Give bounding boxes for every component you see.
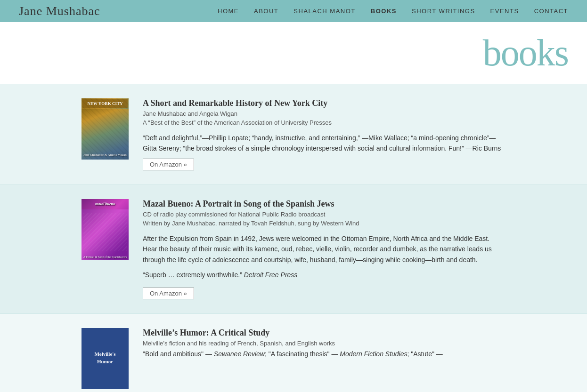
main-nav: HOME ABOUT SHALACH MANOT BOOKS SHORT WRI… <box>218 8 568 15</box>
nav-about[interactable]: ABOUT <box>254 8 278 15</box>
book-melville-subtitle: Melville’s fiction and his reading of Fr… <box>143 340 505 347</box>
book-mazal-quote: “Superb … extremely worthwhile.” Detroit… <box>143 270 505 280</box>
book-mazal-subtitle: CD of radio play commissioned for Nation… <box>143 211 505 218</box>
book-nyc-cover: NEW YORK CITY Jane Mushabac & Angela Wig… <box>82 98 129 160</box>
book-mazal-title: Mazal Bueno: A Portrait in Song of the S… <box>143 199 505 209</box>
book-melville-description: "Bold and ambitious" — Sewanee Review; "… <box>143 349 505 359</box>
book-mazal-written-by: Written by Jane Mushabac, narrated by To… <box>143 220 505 227</box>
book-nyc-section: NEW YORK CITY Jane Mushabac & Angela Wig… <box>0 84 587 184</box>
book-nyc-amazon-button[interactable]: On Amazon » <box>143 159 194 170</box>
site-header: Jane Mushabac HOME ABOUT SHALACH MANOT B… <box>0 0 587 22</box>
nav-events[interactable]: EVENTS <box>490 8 519 15</box>
nav-books[interactable]: BOOKS <box>371 8 397 15</box>
nav-home[interactable]: HOME <box>218 8 239 15</box>
book-nyc-title: A Short and Remarkable History of New Yo… <box>143 98 505 108</box>
book-mazal-content: Mazal Bueno: A Portrait in Song of the S… <box>143 199 505 300</box>
site-title[interactable]: Jane Mushabac <box>19 4 100 18</box>
book-melville-cover: Melville's Humor <box>82 328 129 389</box>
nav-contact[interactable]: CONTACT <box>534 8 568 15</box>
book-nyc-award: A “Best of the Best” of the American Ass… <box>143 119 505 126</box>
book-mazal-amazon-button[interactable]: On Amazon » <box>143 288 194 299</box>
book-melville-content: Melville’s Humor: A Critical Study Melvi… <box>143 328 505 364</box>
nav-shalach[interactable]: SHALACH MANOT <box>294 8 355 15</box>
book-mazal-long-description: After the Expulsion from Spain in 1492, … <box>143 233 505 265</box>
book-nyc-content: A Short and Remarkable History of New Yo… <box>143 98 505 170</box>
book-melville-section: Melville's Humor Melville’s Humor: A Cri… <box>0 313 587 392</box>
book-nyc-description: “Deft and delightful,”—Phillip Lopate; “… <box>143 133 505 154</box>
page-title-section: books <box>0 22 587 84</box>
page-title: books <box>483 32 568 74</box>
book-nyc-subtitle: Jane Mushabac and Angela Wigan <box>143 110 505 117</box>
nav-short-writings[interactable]: SHORT WRITINGS <box>412 8 475 15</box>
book-mazal-section: mazal bueno A Portrait in Song of the Sp… <box>0 184 587 314</box>
book-melville-title: Melville’s Humor: A Critical Study <box>143 328 505 338</box>
book-mazal-cover: mazal bueno A Portrait in Song of the Sp… <box>82 199 129 260</box>
